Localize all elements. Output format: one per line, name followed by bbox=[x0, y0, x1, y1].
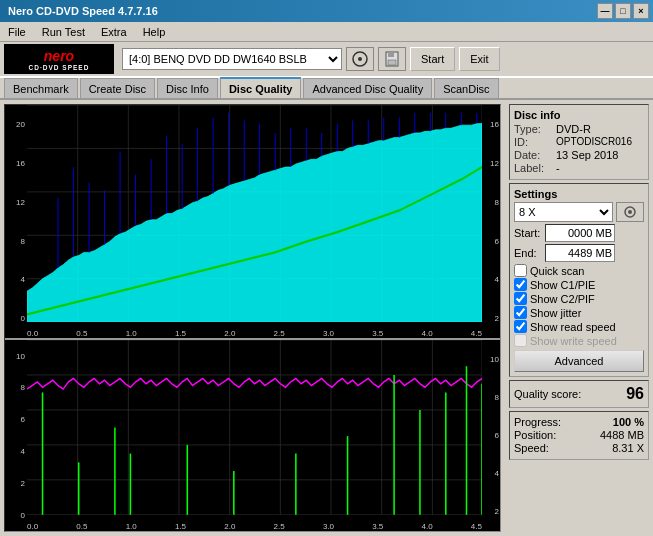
show-c1pie-checkbox[interactable] bbox=[514, 278, 527, 291]
svg-rect-3 bbox=[388, 52, 394, 57]
quality-score-label: Quality score: bbox=[514, 388, 581, 400]
quick-scan-label: Quick scan bbox=[530, 265, 584, 277]
tabs: Benchmark Create Disc Disc Info Disc Qua… bbox=[0, 78, 653, 100]
svg-rect-4 bbox=[388, 60, 396, 65]
progress-label: Progress: bbox=[514, 416, 561, 428]
svg-marker-20 bbox=[27, 124, 482, 323]
logo-nero: nero bbox=[44, 48, 74, 64]
show-c1pie-label: Show C1/PIE bbox=[530, 279, 595, 291]
tab-create-disc[interactable]: Create Disc bbox=[80, 78, 155, 98]
settings-icon-button[interactable] bbox=[616, 202, 644, 222]
show-read-speed-checkbox[interactable] bbox=[514, 320, 527, 333]
main-content: 201612840 16128642 bbox=[0, 100, 653, 536]
close-button[interactable]: × bbox=[633, 3, 649, 19]
settings-panel: Settings 8 X Start: End: Quick scan bbox=[509, 183, 649, 377]
titlebar-title: Nero CD-DVD Speed 4.7.7.16 bbox=[8, 5, 158, 17]
app-logo: nero CD·DVD SPEED bbox=[4, 44, 114, 74]
drive-selector[interactable]: [4:0] BENQ DVD DD DW1640 BSLB bbox=[122, 48, 342, 70]
right-panel: Disc info Type: DVD-R ID: OPTODISCR016 D… bbox=[505, 100, 653, 536]
start-label: Start: bbox=[514, 227, 542, 239]
date-value: 13 Sep 2018 bbox=[556, 149, 618, 161]
menu-file[interactable]: File bbox=[4, 25, 30, 39]
end-label: End: bbox=[514, 247, 542, 259]
settings-title: Settings bbox=[514, 188, 644, 200]
quick-scan-checkbox[interactable] bbox=[514, 264, 527, 277]
disc-info-panel: Disc info Type: DVD-R ID: OPTODISCR016 D… bbox=[509, 104, 649, 180]
position-label: Position: bbox=[514, 429, 556, 441]
tab-disc-quality[interactable]: Disc Quality bbox=[220, 77, 302, 98]
menubar: File Run Test Extra Help bbox=[0, 22, 653, 42]
toolbar: nero CD·DVD SPEED [4:0] BENQ DVD DD DW16… bbox=[0, 42, 653, 78]
titlebar: Nero CD-DVD Speed 4.7.7.16 — □ × bbox=[0, 0, 653, 22]
quality-panel: Quality score: 96 bbox=[509, 380, 649, 408]
start-input[interactable] bbox=[545, 224, 615, 242]
start-button[interactable]: Start bbox=[410, 47, 455, 71]
id-value: OPTODISCR016 bbox=[556, 136, 632, 148]
show-write-speed-label: Show write speed bbox=[530, 335, 617, 347]
tab-advanced-disc-quality[interactable]: Advanced Disc Quality bbox=[303, 78, 432, 98]
type-value: DVD-R bbox=[556, 123, 591, 135]
exit-button[interactable]: Exit bbox=[459, 47, 499, 71]
type-label: Type: bbox=[514, 123, 552, 135]
id-label: ID: bbox=[514, 136, 552, 148]
position-value: 4488 MB bbox=[600, 429, 644, 441]
show-c2pif-label: Show C2/PIF bbox=[530, 293, 595, 305]
tab-scandisc[interactable]: ScanDisc bbox=[434, 78, 498, 98]
advanced-button[interactable]: Advanced bbox=[514, 350, 644, 372]
pif-chart: 1086420 108642 bbox=[5, 340, 500, 531]
end-input[interactable] bbox=[545, 244, 615, 262]
show-jitter-label: Show jitter bbox=[530, 307, 581, 319]
menu-extra[interactable]: Extra bbox=[97, 25, 131, 39]
show-write-speed-checkbox[interactable] bbox=[514, 334, 527, 347]
tab-benchmark[interactable]: Benchmark bbox=[4, 78, 78, 98]
menu-help[interactable]: Help bbox=[139, 25, 170, 39]
logo-cdspeed: CD·DVD SPEED bbox=[29, 64, 90, 71]
chart-area: 201612840 16128642 bbox=[4, 104, 501, 532]
speed-value: 8.31 X bbox=[612, 442, 644, 454]
svg-point-78 bbox=[628, 210, 632, 214]
tab-disc-info[interactable]: Disc Info bbox=[157, 78, 218, 98]
svg-point-1 bbox=[358, 57, 362, 61]
disc-info-title: Disc info bbox=[514, 109, 644, 121]
pie-chart: 201612840 16128642 bbox=[5, 105, 500, 338]
progress-panel: Progress: 100 % Position: 4488 MB Speed:… bbox=[509, 411, 649, 460]
quality-score-value: 96 bbox=[626, 385, 644, 403]
titlebar-controls: — □ × bbox=[597, 3, 649, 19]
minimize-button[interactable]: — bbox=[597, 3, 613, 19]
progress-value: 100 % bbox=[613, 416, 644, 428]
speed-label: Speed: bbox=[514, 442, 549, 454]
label-value: - bbox=[556, 162, 560, 174]
date-label: Date: bbox=[514, 149, 552, 161]
menu-run-test[interactable]: Run Test bbox=[38, 25, 89, 39]
disc-icon-button[interactable] bbox=[346, 47, 374, 71]
show-read-speed-label: Show read speed bbox=[530, 321, 616, 333]
label-label: Label: bbox=[514, 162, 552, 174]
show-jitter-checkbox[interactable] bbox=[514, 306, 527, 319]
speed-selector[interactable]: 8 X bbox=[514, 202, 613, 222]
maximize-button[interactable]: □ bbox=[615, 3, 631, 19]
show-c2pif-checkbox[interactable] bbox=[514, 292, 527, 305]
save-button[interactable] bbox=[378, 47, 406, 71]
